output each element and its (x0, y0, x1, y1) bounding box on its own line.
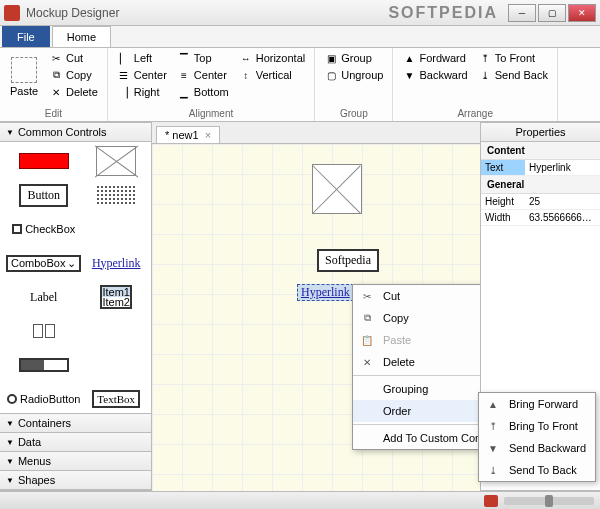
ctx-add-custom[interactable]: Add To Custom Controls (353, 427, 480, 449)
palette-numeric[interactable] (6, 318, 81, 344)
canvas-textbox[interactable]: Softpedia (317, 249, 379, 272)
copy-icon: ⧉ (359, 310, 375, 326)
accordion-shapes[interactable]: ▼Shapes (0, 471, 151, 490)
minimize-button[interactable]: ─ (508, 4, 536, 22)
palette-textbox[interactable]: TextBox (87, 386, 145, 412)
delete-button[interactable]: ✕Delete (46, 84, 101, 100)
send-back-button[interactable]: ⤓Send Back (475, 67, 551, 83)
align-left-icon: ▏ (117, 51, 131, 65)
distribute-h-button[interactable]: ↔Horizontal (236, 50, 309, 66)
palette-radiobutton[interactable]: RadioButton (6, 386, 81, 412)
canvas-hyperlink-selected[interactable]: Hyperlink (297, 284, 354, 301)
paste-button[interactable]: Paste (6, 50, 42, 104)
palette-button[interactable]: Button (6, 182, 81, 208)
cut-icon: ✂ (359, 288, 375, 304)
ungroup-button[interactable]: ▢Ungroup (321, 67, 386, 83)
palette-progress[interactable] (6, 352, 81, 378)
copy-icon: ⧉ (49, 68, 63, 82)
controls-header[interactable]: ▼Common Controls (0, 123, 151, 142)
close-button[interactable]: ✕ (568, 4, 596, 22)
group-label-arrange: Arrange (399, 108, 551, 119)
group-label-group: Group (321, 108, 386, 119)
canvas-area: * new1 × Softpedia Hyperlink ✂CutCtrl+X … (152, 122, 480, 491)
paste-icon (11, 57, 37, 83)
align-right-button[interactable]: ▕Right (114, 84, 170, 100)
sub-bring-to-front[interactable]: ⤒Bring To Front (479, 415, 595, 437)
cut-button[interactable]: ✂Cut (46, 50, 101, 66)
prop-height[interactable]: Height25 (481, 194, 600, 210)
tab-close-icon[interactable]: × (205, 129, 211, 141)
ribbon-tab-strip: File Home (0, 26, 600, 48)
statusbar (0, 491, 600, 509)
send-back-icon: ⤓ (478, 68, 492, 82)
accordion-data[interactable]: ▼Data (0, 433, 151, 452)
palette-image[interactable] (87, 148, 145, 174)
align-bottom-button[interactable]: ▁Bottom (174, 84, 232, 100)
zoom-thumb[interactable] (545, 495, 553, 507)
align-center-h-button[interactable]: ☰Center (114, 67, 170, 83)
group-label-alignment: Alignment (114, 108, 308, 119)
palette-checkbox[interactable]: CheckBox (6, 216, 81, 242)
prop-width[interactable]: Width63.5566666666666 (481, 210, 600, 226)
design-canvas[interactable]: Softpedia Hyperlink ✂CutCtrl+X ⧉CopyCtrl… (152, 144, 480, 491)
maximize-button[interactable]: ▢ (538, 4, 566, 22)
sub-bring-forward[interactable]: ▲Bring Forward (479, 393, 595, 415)
document-name: * new1 (165, 129, 199, 141)
palette-grid[interactable] (87, 182, 145, 208)
zoom-slider[interactable] (504, 497, 594, 505)
accordion-menus[interactable]: ▼Menus (0, 452, 151, 471)
ctx-copy[interactable]: ⧉CopyCtrl+C (353, 307, 480, 329)
distribute-v-button[interactable]: ↕Vertical (236, 67, 309, 83)
ctx-grouping[interactable]: Grouping▶ (353, 378, 480, 400)
prop-section-general: General (481, 176, 600, 194)
align-right-icon: ▕ (117, 85, 131, 99)
properties-header: Properties (481, 123, 600, 142)
ctx-delete[interactable]: ✕DeleteDel (353, 351, 480, 373)
palette-color[interactable] (6, 148, 81, 174)
to-front-icon: ⤒ (485, 418, 501, 434)
window-title: Mockup Designer (26, 6, 119, 20)
align-top-button[interactable]: ▔Top (174, 50, 232, 66)
palette-hyperlink[interactable]: Hyperlink (87, 250, 145, 276)
status-icon[interactable] (484, 495, 498, 507)
align-center-v-button[interactable]: ≡Center (174, 67, 232, 83)
ctx-order[interactable]: Order▶ (353, 400, 480, 422)
chevron-down-icon: ▼ (6, 476, 14, 485)
distribute-v-icon: ↕ (239, 68, 253, 82)
palette-combobox[interactable]: ComboBox⌄ (6, 250, 81, 276)
chevron-down-icon: ▼ (6, 457, 14, 466)
ribbon: Paste ✂Cut ⧉Copy ✕Delete Edit ▏Left ☰Cen… (0, 48, 600, 122)
palette-listbox[interactable]: Item1Item2 (87, 284, 145, 310)
group-label-edit: Edit (6, 108, 101, 119)
group-icon: ▣ (324, 51, 338, 65)
canvas-image-placeholder[interactable] (312, 164, 362, 214)
align-bottom-icon: ▁ (177, 85, 191, 99)
backward-icon: ▼ (402, 68, 416, 82)
sub-send-backward[interactable]: ▼Send Backward (479, 437, 595, 459)
send-backward-button[interactable]: ▼Backward (399, 67, 470, 83)
cut-icon: ✂ (49, 51, 63, 65)
copy-button[interactable]: ⧉Copy (46, 67, 101, 83)
order-submenu: ▲Bring Forward ⤒Bring To Front ▼Send Bac… (478, 392, 596, 482)
to-front-icon: ⤒ (478, 51, 492, 65)
group-button[interactable]: ▣Group (321, 50, 386, 66)
ctx-paste: 📋PasteCtrl+V (353, 329, 480, 351)
forward-icon: ▲ (485, 396, 501, 412)
tab-file[interactable]: File (2, 26, 50, 47)
backward-icon: ▼ (485, 440, 501, 456)
ctx-cut[interactable]: ✂CutCtrl+X (353, 285, 480, 307)
chevron-down-icon: ▼ (6, 128, 14, 137)
sub-send-to-back[interactable]: ⤓Send To Back (479, 459, 595, 481)
bring-forward-button[interactable]: ▲Fordward (399, 50, 470, 66)
palette-label[interactable]: Label (6, 284, 81, 310)
paste-icon: 📋 (359, 332, 375, 348)
accordion-containers[interactable]: ▼Containers (0, 414, 151, 433)
controls-panel: ▼Common Controls Button CheckBox ComboBo… (0, 122, 152, 491)
prop-text[interactable]: TextHyperlink (481, 160, 600, 176)
align-left-button[interactable]: ▏Left (114, 50, 170, 66)
tab-home[interactable]: Home (52, 26, 111, 47)
chevron-down-icon: ▼ (6, 438, 14, 447)
to-front-button[interactable]: ⤒To Front (475, 50, 551, 66)
document-tab[interactable]: * new1 × (156, 126, 220, 143)
send-back-icon: ⤓ (485, 462, 501, 478)
